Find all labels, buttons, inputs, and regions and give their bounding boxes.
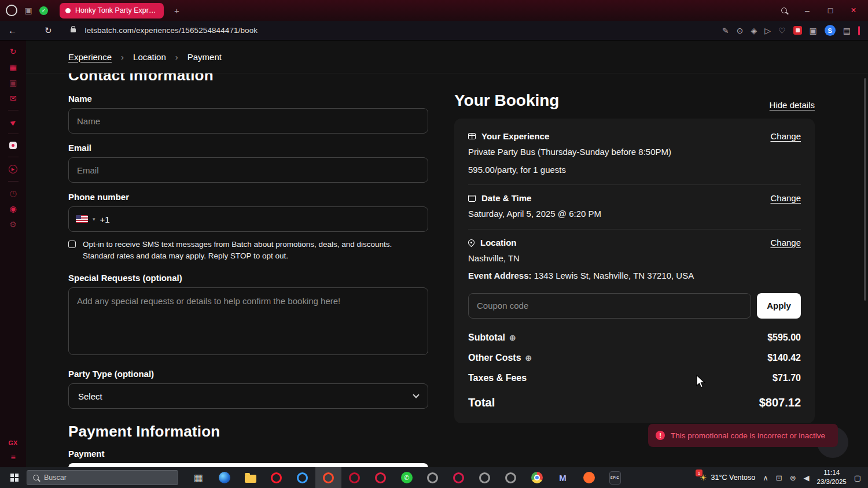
hide-details-link[interactable]: Hide details — [770, 100, 815, 110]
media-player-icon[interactable]: ▣ — [23, 6, 34, 15]
send-icon[interactable]: ▷ — [764, 26, 771, 35]
subtotal-row: Subtotal⊕ $595.00 — [468, 332, 801, 343]
minimize-button[interactable]: – — [799, 2, 816, 19]
search-placeholder: Buscar — [44, 474, 67, 482]
reload-icon[interactable]: ↻ — [45, 25, 52, 36]
change-location-link[interactable]: Change — [770, 238, 801, 247]
opera-red-app[interactable] — [263, 467, 289, 488]
gray-ring-app-3[interactable] — [498, 467, 524, 488]
opera-gx-icon — [323, 472, 334, 483]
new-tab-button[interactable]: + — [174, 6, 179, 16]
tray-chevron-icon[interactable]: ∧ — [763, 474, 768, 482]
breadcrumb-location[interactable]: Location — [133, 52, 166, 62]
back-icon[interactable]: ← — [8, 25, 17, 35]
scrollbar-thumb[interactable] — [864, 78, 866, 301]
weather-widget[interactable]: ☀ 1 31°C Ventoso — [700, 472, 755, 483]
opera-darkred-app[interactable] — [341, 467, 367, 488]
special-requests-textarea[interactable] — [68, 287, 428, 355]
vpn-badge-icon[interactable]: ◈ — [751, 26, 757, 35]
browser-main: ↻ ▦ ▣ ✉ ► ▶ ◷ ◉ ⚙ GX ≡ Contact Inf — [0, 40, 868, 467]
email-input[interactable] — [68, 157, 428, 183]
snapshot-icon[interactable]: ⊙ — [737, 26, 744, 35]
settings-gear-icon[interactable]: ⚙ — [9, 220, 17, 228]
browser-window: ▣ ✓ Honky Tonk Party Express + – □ × ← ↻… — [0, 0, 868, 488]
windows-logo-icon — [10, 474, 19, 482]
alert-icon: ! — [656, 431, 665, 440]
chevron-down-icon[interactable]: ▾ — [93, 216, 95, 222]
mail-icon[interactable]: ✉ — [10, 94, 17, 102]
us-flag-icon[interactable] — [76, 215, 88, 223]
share-icon[interactable]: ✎ — [722, 26, 729, 35]
coupon-input[interactable] — [468, 293, 751, 319]
breadcrumb-experience[interactable]: Experience — [68, 52, 112, 62]
cube-icon[interactable]: ▣ — [810, 26, 817, 35]
opera-blue-app[interactable] — [289, 467, 315, 488]
epic-games-app[interactable]: EPIC — [602, 467, 628, 488]
search-icon[interactable] — [775, 2, 793, 19]
breadcrumb-separator: › — [175, 52, 178, 62]
optin-checkbox[interactable] — [68, 241, 76, 248]
crimson-ring-app[interactable] — [446, 467, 472, 488]
close-button[interactable]: × — [845, 2, 862, 19]
speaker-icon[interactable]: ◀ — [804, 474, 810, 482]
info-icon[interactable]: ⊕ — [509, 333, 516, 342]
play-icon[interactable]: ▶ — [9, 165, 17, 173]
opera-red2-app[interactable] — [367, 467, 393, 488]
name-input[interactable] — [68, 108, 428, 134]
party-type-label: Party Type (optional) — [68, 369, 428, 379]
pointer-icon[interactable]: ► — [8, 116, 19, 127]
gray-ring-app-2[interactable] — [472, 467, 498, 488]
equalizer-icon[interactable]: ≡ — [10, 453, 15, 461]
info-icon[interactable]: ⊕ — [525, 353, 532, 363]
messenger-icon[interactable] — [9, 142, 17, 149]
extension-icon[interactable] — [793, 26, 802, 35]
speed-dial-icon[interactable]: ▦ — [9, 63, 17, 71]
network-icon[interactable]: ⊚ — [790, 474, 796, 482]
card-exp-placeholder[interactable]: MM / AA — [355, 466, 388, 467]
other-costs-value: $140.42 — [767, 353, 801, 363]
start-button[interactable] — [3, 467, 25, 488]
taxes-fees-label: Taxes & Fees — [468, 373, 527, 383]
change-datetime-link[interactable]: Change — [770, 193, 801, 203]
display-icon[interactable]: ⊡ — [776, 474, 782, 482]
edge-app[interactable] — [211, 467, 237, 488]
page-columns: Contact Information Name Email Phone num… — [26, 40, 868, 467]
file-explorer-app[interactable] — [237, 467, 263, 488]
payment-label: Payment — [68, 449, 428, 459]
opera-gx-logo[interactable] — [6, 5, 17, 16]
apply-button[interactable]: Apply — [757, 293, 801, 319]
snapshot-panel-icon[interactable]: ▣ — [9, 79, 17, 87]
whatsapp-app[interactable]: ✆ — [393, 467, 420, 488]
gray-ring-app-1[interactable] — [420, 467, 446, 488]
chrome-app[interactable] — [524, 467, 550, 488]
optin-line1: Opt-in to receive SMS text messages from… — [83, 239, 392, 250]
address-bar[interactable]: letsbatch.com/experiences/1565254844471/… — [85, 26, 258, 35]
orange-app[interactable] — [576, 467, 602, 488]
card-cvc-placeholder[interactable]: CVC — [399, 466, 417, 467]
datetime-value: Saturday, April 5, 2025 @ 6:20 PM — [468, 208, 801, 221]
card-number-placeholder[interactable]: Número de tarjeta — [94, 466, 163, 467]
optin-line2: Standard rates and data may apply. Reply… — [83, 250, 392, 262]
opera-gx-app-active[interactable] — [315, 467, 341, 488]
profile-avatar[interactable]: S — [825, 25, 836, 36]
party-type-select[interactable]: Select — [68, 383, 428, 409]
m-app[interactable]: M — [550, 467, 576, 488]
card-input[interactable]: Número de tarjeta MM / AA CVC — [68, 463, 428, 467]
lock-icon[interactable] — [71, 28, 76, 32]
taskbar-clock[interactable]: 11:14 23/3/2025 — [817, 468, 847, 486]
maximize-button[interactable]: □ — [822, 2, 839, 19]
bookmark-heart-icon[interactable]: ♡ — [778, 26, 786, 35]
taskbar-search[interactable]: Buscar — [27, 470, 178, 485]
tab-favicon — [65, 8, 71, 13]
browser-tab[interactable]: Honky Tonk Party Express — [60, 3, 164, 19]
discord-icon[interactable]: ◉ — [9, 205, 16, 213]
task-view-button[interactable]: ▦ — [185, 467, 211, 488]
history-icon[interactable]: ◷ — [9, 189, 16, 197]
phone-input[interactable]: ▾ +1 — [68, 206, 428, 232]
panels-icon[interactable]: ▤ — [843, 26, 851, 35]
sync-check-icon[interactable]: ✓ — [39, 6, 48, 15]
gx-refresh-icon[interactable]: ↻ — [10, 47, 17, 56]
notification-badge: 1 — [696, 469, 703, 476]
notification-center-icon[interactable]: ▢ — [854, 474, 861, 482]
change-experience-link[interactable]: Change — [770, 131, 801, 141]
